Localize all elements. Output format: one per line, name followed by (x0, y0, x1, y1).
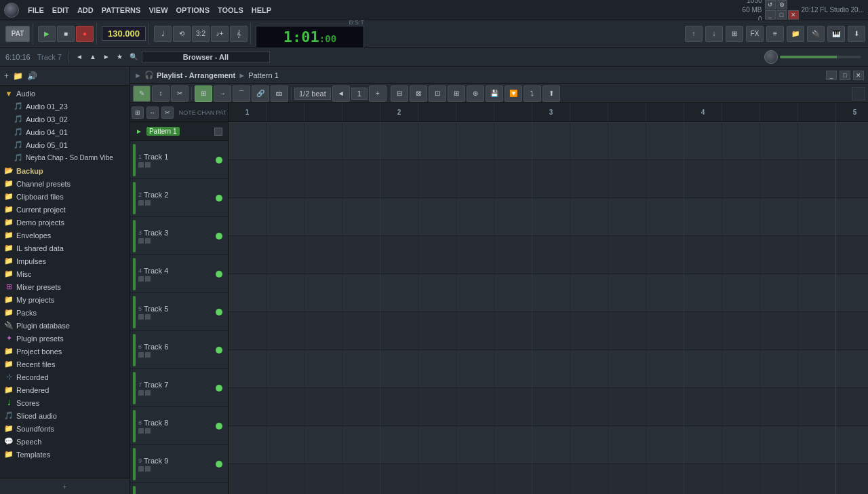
grid-cell[interactable] (380, 388, 418, 426)
note-button[interactable]: ♪+ (211, 26, 229, 42)
grid-cell[interactable] (267, 426, 304, 464)
grid-cell[interactable] (722, 426, 760, 464)
sidebar-item-templates[interactable]: 📁 Templates (0, 448, 130, 461)
grid-row-4[interactable] (229, 236, 868, 274)
pattern-export-button[interactable]: ⬆ (542, 86, 560, 102)
grid-cell[interactable] (267, 388, 304, 426)
grid-cell[interactable] (836, 160, 868, 198)
grid-row-6[interactable] (229, 312, 868, 350)
track-solo-button[interactable] (145, 390, 151, 396)
grid-cell[interactable] (494, 350, 532, 388)
grid-cell[interactable] (304, 312, 342, 350)
grid-cell[interactable] (342, 350, 380, 388)
grid-cell[interactable] (532, 426, 570, 464)
pattern-collapse-button[interactable] (214, 128, 222, 136)
grid-cell[interactable] (229, 312, 267, 350)
volume-slider[interactable] (780, 56, 861, 58)
track-solo-button[interactable] (145, 314, 151, 320)
grid-cell[interactable] (722, 236, 760, 274)
grid-cell[interactable] (570, 122, 608, 160)
piano-button[interactable]: 🎹 (827, 26, 845, 42)
grid-cell[interactable] (722, 350, 760, 388)
sidebar-item-misc[interactable]: 📁 Misc (0, 267, 130, 280)
grid-cell[interactable] (532, 198, 570, 236)
grid-cell[interactable] (267, 312, 304, 350)
arrow-button[interactable]: ↕ (152, 86, 170, 102)
grid-cell[interactable] (418, 426, 456, 464)
sidebar-item-audio-04-01[interactable]: 🎵 Audio 04_01 (0, 126, 130, 138)
track-dot[interactable] (216, 461, 222, 468)
track-solo-button[interactable] (145, 238, 151, 244)
grid-cell[interactable] (456, 274, 494, 312)
pattern-down-button[interactable]: ↓ (705, 26, 723, 42)
grid-cell[interactable] (722, 198, 760, 236)
grid-cell[interactable] (456, 388, 494, 426)
browser-back-button[interactable]: ◄ (73, 50, 85, 64)
grid-cell[interactable] (608, 426, 646, 464)
sidebar-item-il-shared-data[interactable]: 📁 IL shared data (0, 242, 130, 254)
cut-button[interactable]: ✂ (171, 86, 189, 102)
grid-cell[interactable] (267, 274, 304, 312)
browser-search-button[interactable]: 🔍 (127, 50, 140, 64)
browser-button[interactable]: 📁 (787, 26, 804, 42)
grid-cell[interactable] (684, 312, 722, 350)
beat-count[interactable]: 1 (351, 88, 368, 100)
grid-cell[interactable] (836, 388, 868, 426)
grid-cell[interactable] (494, 122, 532, 160)
grid-cell[interactable] (798, 426, 836, 464)
grid-cell[interactable] (304, 160, 342, 198)
pattern-grid-button[interactable]: ⊟ (391, 86, 408, 102)
grid-cell[interactable] (380, 274, 418, 312)
grid-cell[interactable] (418, 464, 456, 494)
minimize-button[interactable]: _ (765, 10, 776, 20)
grid-cell[interactable] (229, 160, 267, 198)
grid-cell[interactable] (532, 312, 570, 350)
grid-cell[interactable] (456, 312, 494, 350)
grid-cell[interactable] (570, 426, 608, 464)
track-mute-button[interactable] (138, 390, 144, 396)
menu-add[interactable]: ADD (74, 5, 97, 16)
beat-left-button[interactable]: ◄ (332, 86, 350, 102)
grid-cell[interactable] (836, 350, 868, 388)
sidebar-item-backup[interactable]: 📂 Backup (0, 164, 130, 177)
track-row-10[interactable]: 10 Track 10 (130, 483, 228, 494)
grid-cell[interactable] (570, 160, 608, 198)
grid-cell[interactable] (760, 464, 798, 494)
sidebar-add-button[interactable]: + (0, 478, 130, 494)
grid-cell[interactable] (267, 160, 304, 198)
grid-cell[interactable] (798, 236, 836, 274)
grid-cell[interactable] (342, 426, 380, 464)
grid-cell[interactable] (684, 236, 722, 274)
grid-row-1[interactable] (229, 122, 868, 160)
pattern-up-button[interactable]: ↑ (685, 26, 703, 42)
grid-cell[interactable] (380, 464, 418, 494)
grid-cell[interactable] (342, 122, 380, 160)
browser-forward-button[interactable]: ► (100, 50, 113, 64)
fx-button[interactable]: FX (746, 26, 764, 42)
grid-cell[interactable] (608, 236, 646, 274)
track-mute-button[interactable] (138, 352, 144, 358)
grid-cell[interactable] (836, 426, 868, 464)
grid-cell[interactable] (418, 274, 456, 312)
grid-cell[interactable] (304, 426, 342, 464)
grid-cell[interactable] (646, 388, 684, 426)
record-button[interactable]: ● (76, 26, 94, 42)
grid-cell[interactable] (646, 160, 684, 198)
menu-view[interactable]: VIEW (145, 5, 171, 16)
sidebar-item-envelopes[interactable]: 📁 Envelopes (0, 229, 130, 242)
grid-cell[interactable] (418, 350, 456, 388)
grid-cell[interactable] (380, 160, 418, 198)
beat-right-button[interactable]: + (369, 86, 387, 102)
sidebar-item-project-bones[interactable]: 📁 Project bones (0, 345, 130, 358)
grid-cell[interactable] (532, 274, 570, 312)
grid-cell[interactable] (646, 312, 684, 350)
track-row-3[interactable]: 3 Track 3 (130, 217, 228, 255)
grid-cell[interactable] (456, 198, 494, 236)
grid-cell[interactable] (532, 388, 570, 426)
grid-cell[interactable] (229, 388, 267, 426)
pattern-mute-button[interactable]: ⊡ (429, 86, 446, 102)
grid-cell[interactable] (798, 350, 836, 388)
grid-cell[interactable] (836, 122, 868, 160)
grid-cell[interactable] (380, 198, 418, 236)
pattern-split-button[interactable]: ⊠ (410, 86, 427, 102)
